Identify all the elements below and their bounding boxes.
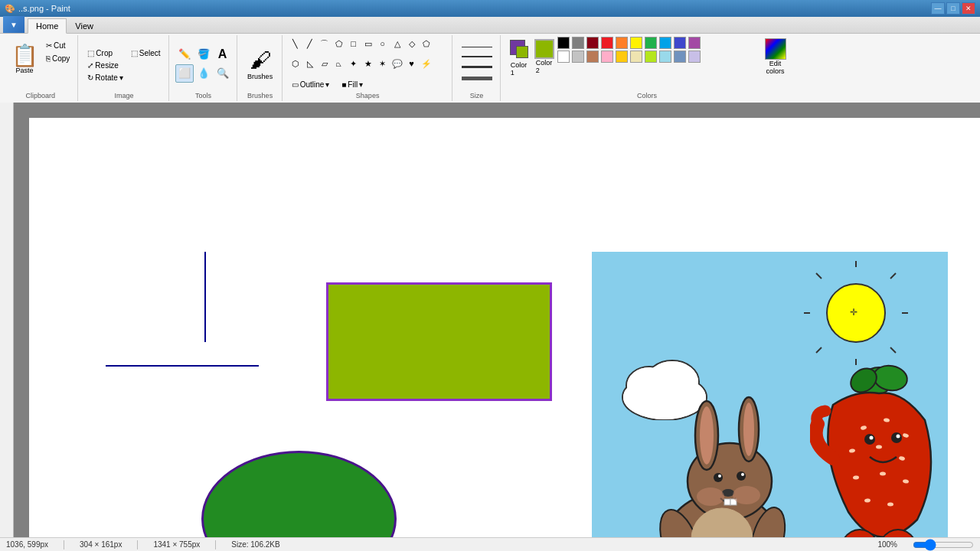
brushes-group-label: Brushes [247, 90, 273, 99]
shape-callout[interactable]: 💬 [390, 57, 404, 70]
canvas-ellipse [201, 451, 397, 537]
magnify-tool[interactable]: 🔍 [214, 64, 232, 83]
color-swatch[interactable] [688, 37, 701, 49]
paste-button[interactable]: 📋 Paste [8, 37, 41, 83]
shapes-group-label: Shapes [356, 90, 380, 99]
rotate-button[interactable]: ↻ Rotate▾ [84, 72, 126, 83]
shape-heart[interactable]: ♥ [405, 57, 419, 70]
color-swatch[interactable] [586, 51, 599, 63]
shape-line-diag1[interactable]: ╲ [289, 37, 302, 51]
svg-point-49 [876, 445, 882, 449]
color-swatch[interactable] [659, 37, 671, 49]
shape-parallelogram[interactable]: ▱ [318, 57, 332, 70]
eraser-tool[interactable]: ⬜ [175, 64, 194, 83]
select-button[interactable]: ⬚ Select [128, 47, 164, 59]
shape-rect[interactable]: □ [347, 37, 361, 51]
close-button[interactable]: ✕ [962, 2, 975, 15]
color-swatch[interactable] [601, 37, 613, 49]
crop-button[interactable]: ⬚ Crop [84, 47, 126, 59]
fill-tool[interactable]: 🪣 [194, 45, 213, 64]
color-swatch[interactable] [616, 37, 628, 49]
shape-star4[interactable]: ✦ [347, 57, 361, 70]
image-group-label: Image [114, 90, 133, 99]
color-swatch[interactable] [557, 37, 570, 49]
maximize-button[interactable]: □ [946, 2, 960, 15]
canvas-content: ✛ [14, 103, 980, 537]
color1-selector[interactable]: Color 1 [507, 37, 531, 77]
color2-selector[interactable]: Color 2 [534, 39, 554, 74]
color-swatch[interactable] [659, 51, 671, 63]
color-swatch[interactable] [630, 37, 642, 49]
shape-freeform[interactable]: ⬠ [332, 37, 346, 51]
titlebar: 🎨 ..s.png - Paint — □ ✕ [0, 0, 980, 17]
color-swatch[interactable] [645, 51, 657, 63]
file-size: Size: 106.2KB [231, 540, 279, 549]
canvas-rectangle [326, 282, 552, 401]
shape-diamond[interactable]: ◇ [405, 37, 419, 51]
shape-star6[interactable]: ✶ [376, 57, 390, 70]
size-line-4[interactable] [462, 77, 492, 80]
shape-pentagon[interactable]: ⬠ [420, 37, 433, 51]
size-line-2[interactable] [462, 56, 492, 57]
app-icon: 🎨 [5, 4, 15, 14]
color-swatch[interactable] [645, 37, 657, 49]
svg-line-6 [816, 273, 822, 279]
tab-home[interactable]: Home [28, 18, 67, 34]
size-line-1[interactable] [462, 47, 492, 47]
shape-triangle[interactable]: △ [390, 37, 404, 51]
svg-point-59 [897, 435, 900, 439]
tools-group-label: Tools [195, 90, 211, 99]
color-swatch[interactable] [616, 51, 628, 63]
shape-rounded-rect[interactable]: ▭ [361, 37, 375, 51]
zoom-level: 100% [877, 540, 897, 549]
color-swatch[interactable] [630, 51, 642, 63]
color-swatch[interactable] [601, 51, 613, 63]
shape-curve[interactable]: ⌒ [318, 37, 332, 51]
edit-colors-icon [765, 38, 786, 60]
cut-button[interactable]: ✂ Cut [43, 40, 73, 51]
shapes-group: ╲ ╱ ⌒ ⬠ □ ▭ ○ △ ◇ ⬠ ⬡ ◺ ▱ ⏢ ✦ ★ [284, 35, 452, 101]
brushes-button[interactable]: 🖌 Brushes [243, 41, 277, 86]
pencil-tool[interactable]: ✏️ [175, 45, 194, 64]
text-tool[interactable]: A [214, 45, 232, 64]
title-area: 🎨 ..s.png - Paint [5, 4, 70, 14]
window-controls: — □ ✕ [931, 2, 975, 15]
shape-trapezoid[interactable]: ⏢ [332, 57, 346, 70]
app-menu-button[interactable]: ▼ [3, 16, 24, 33]
color-swatch[interactable] [586, 37, 599, 49]
color-swatch[interactable] [572, 51, 584, 63]
crosshair-cursor: ✛ [850, 307, 862, 319]
shape-ellipse[interactable]: ○ [376, 37, 390, 51]
shape-hexagon[interactable]: ⬡ [289, 57, 302, 70]
shape-lightning[interactable]: ⚡ [420, 57, 433, 70]
clipboard-group: 📋 Paste ✂ Cut ⎘ Copy Cli [3, 35, 78, 101]
svg-point-29 [697, 487, 724, 506]
tools-group: ✏️ 🪣 A ⬜ 💧 🔍 Tools [171, 35, 237, 101]
canvas-cartoon-image: ✛ [592, 252, 948, 537]
fill-icon: ■ [341, 80, 346, 89]
shape-right-triangle[interactable]: ◺ [303, 57, 317, 70]
canvas-wrapper[interactable]: ✛ [0, 103, 980, 537]
shape-star5[interactable]: ★ [361, 57, 375, 70]
color-swatch[interactable] [572, 37, 584, 49]
color-swatch[interactable] [557, 51, 570, 63]
color-swatches-row1 [557, 37, 760, 49]
copy-button[interactable]: ⎘ Copy [43, 53, 73, 64]
resize-button[interactable]: ⤢ Resize [84, 60, 126, 71]
shape-line-diag2[interactable]: ╱ [303, 37, 317, 51]
canvas-scroll[interactable]: ✛ [14, 103, 980, 537]
tab-view[interactable]: View [67, 18, 102, 33]
color2-box[interactable] [516, 46, 528, 58]
size-group: Size [454, 35, 501, 101]
zoom-slider[interactable] [913, 539, 974, 551]
color-swatch[interactable] [674, 37, 686, 49]
fill-button[interactable]: ■ Fill▾ [338, 79, 366, 90]
picker-tool[interactable]: 💧 [194, 64, 213, 83]
color-swatch[interactable] [674, 51, 686, 63]
outline-button[interactable]: ▭ Outline▾ [289, 79, 333, 90]
size-line-3[interactable] [462, 66, 492, 68]
edit-colors-button[interactable]: Edit colors [763, 37, 788, 77]
minimize-button[interactable]: — [931, 2, 945, 15]
color2-large-box[interactable] [534, 39, 554, 59]
color-swatch[interactable] [688, 51, 701, 63]
